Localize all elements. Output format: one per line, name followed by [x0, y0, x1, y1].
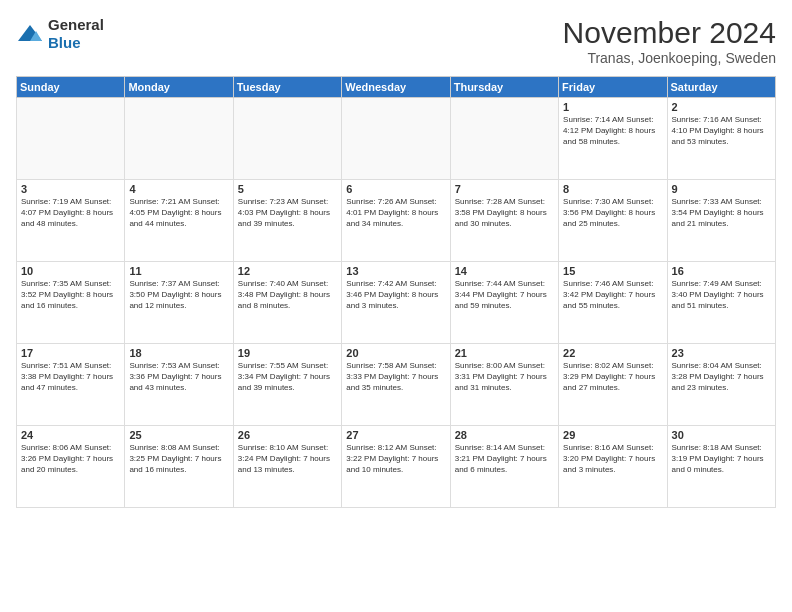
calendar-cell: 15Sunrise: 7:46 AM Sunset: 3:42 PM Dayli… [559, 262, 667, 344]
day-number: 26 [238, 429, 337, 441]
day-number: 22 [563, 347, 662, 359]
day-info: Sunrise: 8:08 AM Sunset: 3:25 PM Dayligh… [129, 442, 228, 476]
calendar-cell: 17Sunrise: 7:51 AM Sunset: 3:38 PM Dayli… [17, 344, 125, 426]
col-sunday: Sunday [17, 77, 125, 98]
calendar-cell: 16Sunrise: 7:49 AM Sunset: 3:40 PM Dayli… [667, 262, 775, 344]
day-number: 3 [21, 183, 120, 195]
calendar-cell: 13Sunrise: 7:42 AM Sunset: 3:46 PM Dayli… [342, 262, 450, 344]
calendar-cell: 5Sunrise: 7:23 AM Sunset: 4:03 PM Daylig… [233, 180, 341, 262]
calendar-cell: 18Sunrise: 7:53 AM Sunset: 3:36 PM Dayli… [125, 344, 233, 426]
calendar-cell: 11Sunrise: 7:37 AM Sunset: 3:50 PM Dayli… [125, 262, 233, 344]
day-number: 23 [672, 347, 771, 359]
day-number: 27 [346, 429, 445, 441]
day-info: Sunrise: 7:30 AM Sunset: 3:56 PM Dayligh… [563, 196, 662, 230]
day-info: Sunrise: 7:16 AM Sunset: 4:10 PM Dayligh… [672, 114, 771, 148]
day-number: 1 [563, 101, 662, 113]
day-info: Sunrise: 8:14 AM Sunset: 3:21 PM Dayligh… [455, 442, 554, 476]
week-row-5: 24Sunrise: 8:06 AM Sunset: 3:26 PM Dayli… [17, 426, 776, 508]
day-number: 13 [346, 265, 445, 277]
day-info: Sunrise: 8:06 AM Sunset: 3:26 PM Dayligh… [21, 442, 120, 476]
day-number: 5 [238, 183, 337, 195]
day-info: Sunrise: 8:10 AM Sunset: 3:24 PM Dayligh… [238, 442, 337, 476]
week-row-4: 17Sunrise: 7:51 AM Sunset: 3:38 PM Dayli… [17, 344, 776, 426]
day-info: Sunrise: 7:35 AM Sunset: 3:52 PM Dayligh… [21, 278, 120, 312]
day-number: 18 [129, 347, 228, 359]
calendar-cell: 24Sunrise: 8:06 AM Sunset: 3:26 PM Dayli… [17, 426, 125, 508]
calendar-cell: 14Sunrise: 7:44 AM Sunset: 3:44 PM Dayli… [450, 262, 558, 344]
day-info: Sunrise: 7:53 AM Sunset: 3:36 PM Dayligh… [129, 360, 228, 394]
day-info: Sunrise: 7:26 AM Sunset: 4:01 PM Dayligh… [346, 196, 445, 230]
calendar-cell: 9Sunrise: 7:33 AM Sunset: 3:54 PM Daylig… [667, 180, 775, 262]
day-number: 6 [346, 183, 445, 195]
col-friday: Friday [559, 77, 667, 98]
calendar-cell: 8Sunrise: 7:30 AM Sunset: 3:56 PM Daylig… [559, 180, 667, 262]
calendar-cell [125, 98, 233, 180]
day-number: 16 [672, 265, 771, 277]
day-info: Sunrise: 7:58 AM Sunset: 3:33 PM Dayligh… [346, 360, 445, 394]
day-info: Sunrise: 8:12 AM Sunset: 3:22 PM Dayligh… [346, 442, 445, 476]
header: General Blue November 2024 Tranas, Joenk… [16, 16, 776, 66]
location-title: Tranas, Joenkoeping, Sweden [563, 50, 776, 66]
day-info: Sunrise: 7:51 AM Sunset: 3:38 PM Dayligh… [21, 360, 120, 394]
day-number: 7 [455, 183, 554, 195]
day-number: 2 [672, 101, 771, 113]
title-block: November 2024 Tranas, Joenkoeping, Swede… [563, 16, 776, 66]
day-info: Sunrise: 7:19 AM Sunset: 4:07 PM Dayligh… [21, 196, 120, 230]
logo: General Blue [16, 16, 104, 52]
day-number: 11 [129, 265, 228, 277]
day-info: Sunrise: 7:21 AM Sunset: 4:05 PM Dayligh… [129, 196, 228, 230]
day-info: Sunrise: 8:16 AM Sunset: 3:20 PM Dayligh… [563, 442, 662, 476]
day-number: 21 [455, 347, 554, 359]
calendar-cell: 1Sunrise: 7:14 AM Sunset: 4:12 PM Daylig… [559, 98, 667, 180]
day-number: 24 [21, 429, 120, 441]
calendar-cell: 7Sunrise: 7:28 AM Sunset: 3:58 PM Daylig… [450, 180, 558, 262]
logo-blue: Blue [48, 34, 81, 51]
day-number: 19 [238, 347, 337, 359]
calendar-table: Sunday Monday Tuesday Wednesday Thursday… [16, 76, 776, 508]
day-number: 29 [563, 429, 662, 441]
day-info: Sunrise: 8:04 AM Sunset: 3:28 PM Dayligh… [672, 360, 771, 394]
day-number: 14 [455, 265, 554, 277]
day-number: 12 [238, 265, 337, 277]
day-number: 10 [21, 265, 120, 277]
page: General Blue November 2024 Tranas, Joenk… [0, 0, 792, 612]
day-number: 15 [563, 265, 662, 277]
calendar-cell: 20Sunrise: 7:58 AM Sunset: 3:33 PM Dayli… [342, 344, 450, 426]
col-monday: Monday [125, 77, 233, 98]
day-info: Sunrise: 7:55 AM Sunset: 3:34 PM Dayligh… [238, 360, 337, 394]
calendar-cell: 26Sunrise: 8:10 AM Sunset: 3:24 PM Dayli… [233, 426, 341, 508]
day-number: 20 [346, 347, 445, 359]
logo-icon [16, 23, 44, 45]
day-number: 28 [455, 429, 554, 441]
day-number: 30 [672, 429, 771, 441]
calendar-header-row: Sunday Monday Tuesday Wednesday Thursday… [17, 77, 776, 98]
col-saturday: Saturday [667, 77, 775, 98]
day-info: Sunrise: 7:33 AM Sunset: 3:54 PM Dayligh… [672, 196, 771, 230]
week-row-2: 3Sunrise: 7:19 AM Sunset: 4:07 PM Daylig… [17, 180, 776, 262]
col-wednesday: Wednesday [342, 77, 450, 98]
day-info: Sunrise: 7:46 AM Sunset: 3:42 PM Dayligh… [563, 278, 662, 312]
calendar-cell: 27Sunrise: 8:12 AM Sunset: 3:22 PM Dayli… [342, 426, 450, 508]
day-number: 4 [129, 183, 228, 195]
calendar-cell: 6Sunrise: 7:26 AM Sunset: 4:01 PM Daylig… [342, 180, 450, 262]
calendar-cell: 30Sunrise: 8:18 AM Sunset: 3:19 PM Dayli… [667, 426, 775, 508]
col-tuesday: Tuesday [233, 77, 341, 98]
calendar-cell: 21Sunrise: 8:00 AM Sunset: 3:31 PM Dayli… [450, 344, 558, 426]
day-info: Sunrise: 7:14 AM Sunset: 4:12 PM Dayligh… [563, 114, 662, 148]
calendar-cell: 19Sunrise: 7:55 AM Sunset: 3:34 PM Dayli… [233, 344, 341, 426]
calendar-cell: 23Sunrise: 8:04 AM Sunset: 3:28 PM Dayli… [667, 344, 775, 426]
col-thursday: Thursday [450, 77, 558, 98]
day-info: Sunrise: 8:02 AM Sunset: 3:29 PM Dayligh… [563, 360, 662, 394]
day-number: 8 [563, 183, 662, 195]
day-info: Sunrise: 7:40 AM Sunset: 3:48 PM Dayligh… [238, 278, 337, 312]
day-number: 17 [21, 347, 120, 359]
month-title: November 2024 [563, 16, 776, 50]
calendar-cell: 2Sunrise: 7:16 AM Sunset: 4:10 PM Daylig… [667, 98, 775, 180]
day-info: Sunrise: 7:49 AM Sunset: 3:40 PM Dayligh… [672, 278, 771, 312]
calendar-cell [233, 98, 341, 180]
day-info: Sunrise: 7:28 AM Sunset: 3:58 PM Dayligh… [455, 196, 554, 230]
day-info: Sunrise: 8:00 AM Sunset: 3:31 PM Dayligh… [455, 360, 554, 394]
calendar-cell [17, 98, 125, 180]
calendar-cell: 10Sunrise: 7:35 AM Sunset: 3:52 PM Dayli… [17, 262, 125, 344]
day-number: 9 [672, 183, 771, 195]
